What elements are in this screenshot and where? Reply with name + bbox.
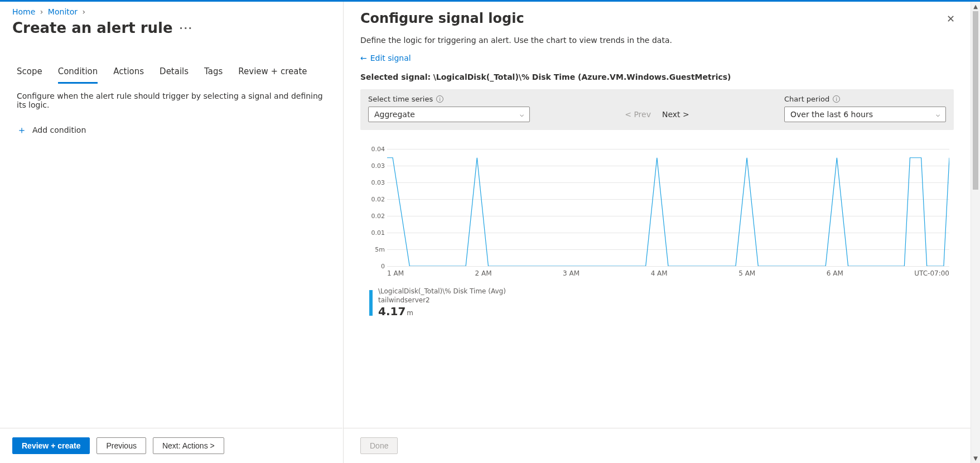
- tab-tags[interactable]: Tags: [204, 63, 223, 84]
- close-icon[interactable]: ✕: [944, 11, 957, 27]
- chart: 0.040.030.030.020.020.015m0 1 AM2 AM3 AM…: [360, 149, 954, 277]
- plus-icon: ＋: [17, 125, 27, 135]
- y-tick: 0.02: [363, 213, 385, 220]
- chart-plot[interactable]: 0.040.030.030.020.020.015m0: [387, 149, 949, 266]
- time-series-select[interactable]: Aggregate ⌵: [368, 107, 530, 122]
- chart-controls: Select time series i Aggregate ⌵ < Prev …: [360, 89, 954, 130]
- tab-scope[interactable]: Scope: [17, 63, 42, 84]
- y-tick: 0: [363, 263, 385, 270]
- info-icon[interactable]: i: [833, 95, 840, 103]
- legend-value: 4.17m: [378, 305, 506, 318]
- edit-signal-link[interactable]: ← Edit signal: [344, 50, 971, 66]
- crumb-monitor[interactable]: Monitor: [48, 7, 78, 16]
- info-icon[interactable]: i: [436, 95, 443, 103]
- add-condition-button[interactable]: ＋ Add condition: [0, 117, 342, 143]
- done-button[interactable]: Done: [360, 437, 398, 454]
- selected-signal-label: Selected signal:: [360, 73, 431, 81]
- crumb-home[interactable]: Home: [12, 7, 35, 16]
- selected-signal-value: \LogicalDisk(_Total)\% Disk Time (Azure.…: [433, 73, 731, 81]
- chart-period-value: Over the last 6 hours: [790, 110, 873, 119]
- x-tick: 1 AM: [387, 269, 404, 277]
- edit-signal-label: Edit signal: [370, 54, 411, 62]
- right-pane: Configure signal logic ✕ Define the logi…: [343, 2, 971, 463]
- scrollbar-thumb[interactable]: [973, 11, 978, 190]
- chevron-down-icon: ⌵: [936, 110, 940, 118]
- panel-title: Configure signal logic: [360, 11, 524, 26]
- add-condition-label: Add condition: [32, 126, 86, 134]
- tab-condition[interactable]: Condition: [58, 63, 98, 84]
- more-icon[interactable]: ···: [180, 23, 193, 33]
- x-tick: 4 AM: [651, 269, 668, 277]
- chart-x-axis: 1 AM2 AM3 AM4 AM5 AM6 AMUTC-07:00: [387, 269, 949, 277]
- right-footer: Done: [344, 428, 971, 463]
- x-tick: 5 AM: [738, 269, 755, 277]
- chart-legend: \LogicalDisk(_Total)\% Disk Time (Avg) t…: [369, 287, 954, 318]
- chevron-right-icon: ›: [83, 7, 86, 16]
- chart-period-label: Chart period i: [784, 95, 946, 103]
- panel-subtitle: Define the logic for triggering an alert…: [344, 27, 971, 50]
- chevron-right-icon: ›: [40, 7, 44, 16]
- breadcrumb: Home › Monitor ›: [0, 2, 342, 16]
- y-tick: 5m: [363, 246, 385, 253]
- time-series-label: Select time series i: [368, 95, 530, 103]
- y-tick: 0.03: [363, 162, 385, 170]
- previous-button[interactable]: Previous: [96, 437, 146, 454]
- prev-series-button[interactable]: < Prev: [625, 110, 651, 119]
- page-title: Create an alert rule: [12, 20, 173, 36]
- chevron-down-icon: ⌵: [520, 110, 524, 118]
- scroll-down-icon[interactable]: ▼: [971, 454, 980, 463]
- y-tick: 0.03: [363, 179, 385, 186]
- tab-details[interactable]: Details: [160, 63, 189, 84]
- arrow-left-icon: ←: [360, 54, 367, 62]
- next-series-button[interactable]: Next >: [662, 110, 689, 119]
- y-tick: 0.04: [363, 146, 385, 153]
- series-pager: < Prev Next >: [625, 110, 689, 122]
- x-tick: 2 AM: [475, 269, 492, 277]
- x-tick: UTC-07:00: [914, 269, 949, 277]
- review-create-button[interactable]: Review + create: [12, 437, 90, 454]
- left-pane: Home › Monitor › Create an alert rule ··…: [0, 2, 343, 463]
- legend-metric: \LogicalDisk(_Total)\% Disk Time (Avg): [378, 287, 506, 296]
- tabs: Scope Condition Actions Details Tags Rev…: [0, 63, 342, 84]
- y-tick: 0.02: [363, 196, 385, 203]
- selected-signal: Selected signal: \LogicalDisk(_Total)\% …: [344, 66, 971, 89]
- legend-color-icon: [369, 290, 373, 316]
- next-actions-button[interactable]: Next: Actions >: [153, 437, 224, 454]
- y-tick: 0.01: [363, 229, 385, 237]
- time-series-value: Aggregate: [374, 110, 415, 119]
- scrollbar[interactable]: ▲ ▼: [971, 2, 980, 463]
- x-tick: 3 AM: [563, 269, 580, 277]
- legend-resource: tailwindserver2: [378, 296, 506, 305]
- x-tick: 6 AM: [827, 269, 843, 277]
- scroll-up-icon[interactable]: ▲: [971, 2, 980, 11]
- left-footer: Review + create Previous Next: Actions >: [0, 428, 342, 463]
- tab-actions[interactable]: Actions: [113, 63, 144, 84]
- chart-period-select[interactable]: Over the last 6 hours ⌵: [784, 107, 946, 122]
- tab-description: Configure when the alert rule should tri…: [0, 84, 342, 117]
- tab-review[interactable]: Review + create: [238, 63, 307, 84]
